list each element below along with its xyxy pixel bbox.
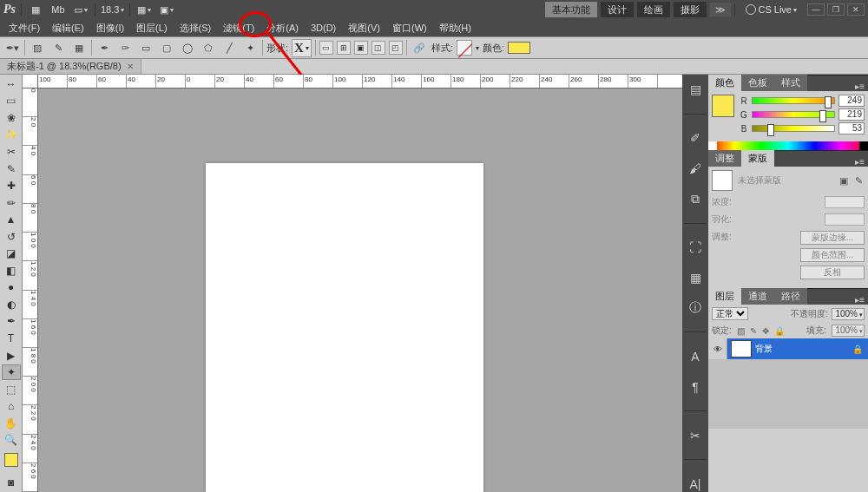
canvas-area[interactable]: 1008060402002040608010012014016018020022… — [23, 75, 682, 492]
menu-window[interactable]: 窗口(W) — [387, 22, 432, 35]
menu-file[interactable]: 文件(F) — [3, 22, 45, 35]
custom-shape-tool-icon[interactable]: ✦ — [2, 364, 21, 380]
lasso-tool-icon[interactable]: ❀ — [2, 110, 21, 126]
window-restore[interactable]: ❐ — [827, 3, 845, 16]
styles-panel-icon[interactable]: A| — [687, 476, 704, 492]
freeform-pen-icon[interactable]: ✑ — [116, 39, 134, 56]
rect-shape-icon[interactable]: ▭ — [137, 39, 155, 56]
paths-icon[interactable]: ✎ — [49, 39, 67, 56]
shape-picker-dropdown[interactable]: X — [292, 39, 312, 57]
type-tool-icon[interactable]: T — [2, 331, 21, 346]
screen-mode-dropdown[interactable]: ▣ — [158, 3, 175, 16]
menu-filter[interactable]: 滤镜(T) — [218, 22, 260, 35]
custom-shape-icon[interactable]: ✦ — [241, 39, 259, 56]
gradient-tool-icon[interactable]: ◧ — [2, 263, 21, 279]
lock-transparency-icon[interactable]: ▨ — [737, 326, 745, 336]
window-close[interactable]: ✕ — [847, 3, 865, 16]
menu-view[interactable]: 视图(V) — [343, 22, 385, 35]
workspace-essentials[interactable]: 基本功能 — [545, 2, 597, 17]
feather-field[interactable] — [825, 213, 865, 226]
zoom-dropdown[interactable]: 18.3 — [101, 4, 124, 15]
hand-tool-icon[interactable]: ✋ — [2, 416, 21, 431]
eraser-tool-icon[interactable]: ◪ — [2, 246, 21, 261]
pen-tool-icon[interactable]: ✒ — [2, 314, 21, 330]
vector-mask-icon[interactable]: ✎ — [852, 174, 865, 187]
opacity-field[interactable]: 100% — [832, 308, 865, 320]
menu-layer[interactable]: 图层(L) — [131, 22, 172, 35]
foreground-color-swatch[interactable] — [4, 453, 18, 467]
eyedropper-tool-icon[interactable]: ✎ — [2, 161, 21, 177]
mode-add-icon[interactable]: ⊞ — [337, 41, 351, 55]
blend-mode-select[interactable]: 正常 — [712, 307, 748, 320]
rrect-shape-icon[interactable]: ▢ — [158, 39, 175, 56]
mode-new-icon[interactable]: ▭ — [319, 41, 333, 55]
layers-empty-area[interactable] — [708, 359, 868, 429]
menu-analysis[interactable]: 分析(A) — [261, 22, 304, 35]
tab-layers[interactable]: 图层 — [708, 288, 741, 305]
brush-presets-panel-icon[interactable]: ✐ — [687, 130, 704, 147]
character-panel-icon[interactable]: A — [687, 348, 704, 364]
window-minimize[interactable]: — — [807, 3, 825, 16]
brush-tool-icon[interactable]: ✏ — [2, 195, 21, 211]
hue-strip[interactable] — [708, 141, 868, 150]
path-select-tool-icon[interactable]: ▶ — [2, 348, 21, 364]
panel-menu-icon[interactable]: ▸≡ — [852, 82, 868, 91]
view-docs-dropdown[interactable]: ▭ — [72, 3, 89, 16]
menu-select[interactable]: 选择(S) — [174, 22, 217, 35]
healing-tool-icon[interactable]: ✚ — [2, 178, 21, 194]
mini-bridge-icon[interactable]: Mb — [49, 3, 67, 16]
vertical-ruler[interactable]: 02 04 06 08 01 0 01 2 01 4 01 6 01 8 02 … — [23, 89, 38, 492]
shape-layers-icon[interactable]: ▨ — [29, 39, 46, 56]
document-tab[interactable]: 未标题-1 @ 18.3%(RGB/8) ✕ — [0, 59, 141, 74]
mode-intersect-icon[interactable]: ◫ — [372, 41, 385, 55]
pen-icon[interactable]: ✒ — [95, 39, 113, 56]
info-panel-icon[interactable]: ⓘ — [687, 300, 704, 317]
3d-camera-tool-icon[interactable]: ⌂ — [2, 398, 21, 414]
ellipse-shape-icon[interactable]: ◯ — [179, 39, 196, 56]
menu-3d[interactable]: 3D(D) — [306, 23, 341, 33]
clone-source-panel-icon[interactable]: ⧉ — [687, 191, 704, 207]
lock-position-icon[interactable]: ✥ — [762, 326, 769, 336]
mode-subtract-icon[interactable]: ▣ — [354, 41, 368, 55]
panel-color-swatch[interactable] — [712, 95, 734, 117]
tab-paths[interactable]: 路径 — [774, 288, 807, 305]
fill-field[interactable]: 100% — [832, 325, 865, 337]
lock-pixels-icon[interactable]: ✎ — [750, 326, 757, 336]
horizontal-ruler[interactable]: 1008060402002040608010012014016018020022… — [38, 75, 682, 89]
panel-menu-icon[interactable]: ▸≡ — [852, 157, 868, 167]
paragraph-panel-icon[interactable]: ¶ — [687, 378, 704, 395]
menu-image[interactable]: 图像(I) — [91, 22, 129, 35]
tab-masks[interactable]: 蒙版 — [741, 150, 774, 167]
tab-channels[interactable]: 通道 — [741, 288, 774, 305]
g-value[interactable]: 219 — [838, 108, 865, 121]
dodge-tool-icon[interactable]: ◐ — [2, 297, 21, 312]
b-value[interactable]: 53 — [838, 122, 865, 134]
r-value[interactable]: 249 — [838, 95, 865, 107]
menu-edit[interactable]: 编辑(E) — [47, 22, 89, 35]
ruler-origin[interactable] — [23, 75, 38, 89]
tool-preset-dropdown[interactable]: ✒▾ — [3, 39, 21, 56]
brush-panel-icon[interactable]: 🖌 — [687, 161, 704, 177]
crop-tool-icon[interactable]: ✂ — [2, 144, 21, 160]
panel-menu-icon[interactable]: ▸≡ — [852, 295, 868, 305]
tab-adjustments[interactable]: 调整 — [708, 150, 741, 167]
quick-mask-icon[interactable]: ◙ — [2, 476, 21, 491]
extras-dropdown[interactable]: ▦ — [135, 3, 153, 16]
pixel-mask-icon[interactable]: ▣ — [838, 174, 850, 187]
workspace-more[interactable]: ≫ — [710, 3, 731, 16]
zoom-tool-icon[interactable]: 🔍 — [2, 433, 21, 449]
history-brush-tool-icon[interactable]: ↺ — [2, 229, 21, 245]
bridge-icon[interactable]: ▦ — [27, 3, 44, 16]
line-shape-icon[interactable]: ╱ — [220, 39, 238, 56]
navigator-panel-icon[interactable]: ⛶ — [687, 239, 704, 256]
marquee-tool-icon[interactable]: ▭ — [2, 94, 21, 109]
workspace-photography[interactable]: 摄影 — [674, 2, 707, 17]
wand-tool-icon[interactable]: ✨ — [2, 128, 21, 143]
link-icon[interactable]: 🔗 — [411, 39, 428, 56]
document-tab-close-icon[interactable]: ✕ — [127, 62, 134, 71]
b-slider[interactable] — [752, 125, 835, 132]
3d-tool-icon[interactable]: ⬚ — [2, 382, 21, 397]
layer-visibility-icon[interactable]: 👁 — [708, 338, 727, 359]
blur-tool-icon[interactable]: ● — [2, 280, 21, 296]
stamp-tool-icon[interactable]: ▲ — [2, 212, 21, 227]
